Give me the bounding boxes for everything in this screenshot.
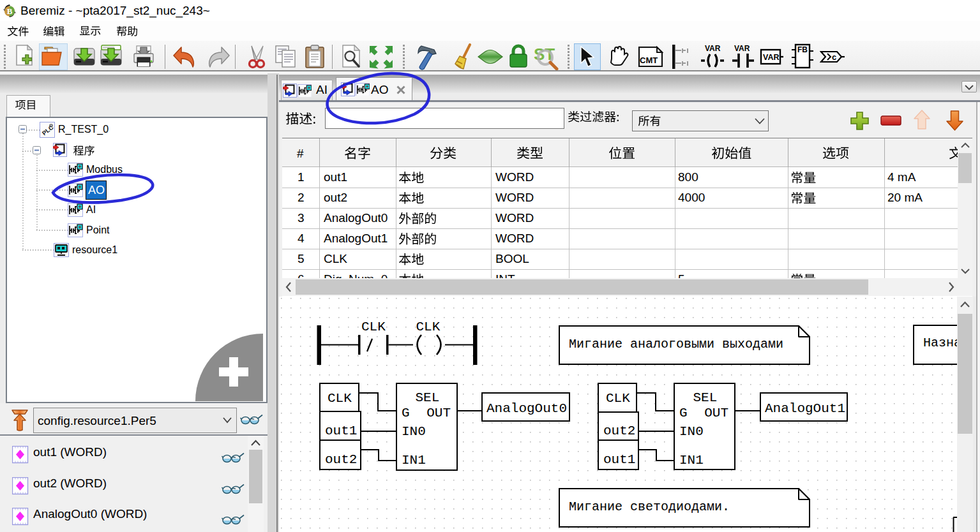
svg-text:out2: out2 bbox=[603, 424, 635, 438]
svg-text:OUT: OUT bbox=[426, 406, 451, 420]
svg-text:CLK: CLK bbox=[328, 391, 352, 406]
svg-text:Назна: Назна bbox=[923, 336, 957, 350]
svg-text:CLK: CLK bbox=[416, 320, 441, 334]
svg-text:G: G bbox=[402, 406, 410, 420]
svg-text:AnalogOut0: AnalogOut0 bbox=[486, 401, 567, 416]
svg-text:IN0: IN0 bbox=[679, 424, 704, 439]
svg-text:Мигание светодиодами.: Мигание светодиодами. bbox=[569, 499, 730, 514]
svg-text:out1: out1 bbox=[603, 452, 635, 467]
svg-text:B: B bbox=[7, 6, 13, 16]
svg-text:IN0: IN0 bbox=[402, 424, 426, 439]
svg-text:VAR: VAR bbox=[734, 44, 750, 53]
svg-text:SEL: SEL bbox=[416, 390, 440, 405]
svg-text:VAR: VAR bbox=[763, 53, 779, 62]
svg-text:CLK: CLK bbox=[361, 320, 386, 334]
svg-text:VAR: VAR bbox=[705, 44, 721, 53]
svg-text:out1: out1 bbox=[325, 424, 357, 438]
svg-text:out2: out2 bbox=[325, 452, 357, 467]
svg-text:AnalogOut1: AnalogOut1 bbox=[765, 401, 845, 416]
svg-text:IN1: IN1 bbox=[402, 453, 426, 468]
svg-text:CLK: CLK bbox=[606, 391, 630, 406]
svg-text:G: G bbox=[679, 406, 688, 420]
svg-text:IN1: IN1 bbox=[679, 453, 704, 468]
svg-text:c: c bbox=[832, 52, 836, 62]
svg-text:CMT: CMT bbox=[640, 55, 658, 65]
svg-text:OUT: OUT bbox=[704, 406, 728, 420]
svg-text:Мигание аналоговыми выходами: Мигание аналоговыми выходами bbox=[569, 337, 783, 351]
svg-text:SEL: SEL bbox=[693, 390, 718, 405]
svg-text:FB: FB bbox=[797, 45, 808, 54]
